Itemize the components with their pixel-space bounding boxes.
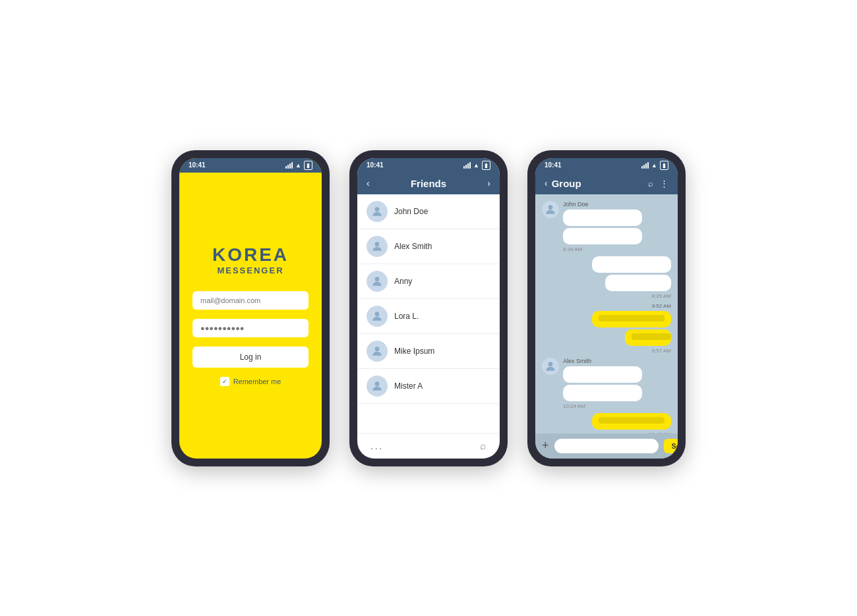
- svg-point-7: [548, 362, 553, 366]
- remember-me-label: Remember me: [233, 378, 281, 385]
- svg-point-2: [375, 277, 380, 281]
- svg-point-6: [548, 205, 553, 210]
- msg-row-sent-yellow-2: 10:43 AM: [542, 413, 671, 434]
- sender-name-john: John Doe: [563, 201, 642, 208]
- avatar-anny: [367, 271, 388, 292]
- bubble-alex-1: [563, 366, 642, 383]
- app-subtitle: MESSENGER: [212, 266, 289, 275]
- svg-point-4: [375, 347, 380, 351]
- forward-arrow-friends[interactable]: ›: [487, 178, 490, 188]
- status-bar-chat: 10:41 ▲ ▮: [535, 158, 678, 173]
- login-body: KOREA MESSENGER Log in ✓ Remember me: [179, 173, 322, 459]
- back-arrow-chat[interactable]: ‹: [545, 178, 548, 188]
- time-sent-1: 8:29 AM: [652, 293, 671, 299]
- status-icons-3: ▲ ▮: [641, 161, 668, 170]
- bubble-john-2: [563, 228, 642, 244]
- battery-icon-1: ▮: [304, 161, 312, 170]
- status-bar-login: 10:41 ▲ ▮: [179, 158, 322, 173]
- friend-item-mike[interactable]: Mike Ipsum: [357, 334, 500, 369]
- avatar-john: [367, 201, 388, 222]
- friends-footer: ... ⌕: [357, 433, 500, 459]
- avatar-lora: [367, 306, 388, 327]
- signal-icon-1: [285, 162, 293, 169]
- friend-item-lora[interactable]: Lora L.: [357, 299, 500, 334]
- more-icon-chat[interactable]: ⋮: [660, 179, 668, 188]
- chat-header-right: ⌕ ⋮: [648, 179, 668, 188]
- wifi-icon-3: ▲: [651, 162, 657, 169]
- svg-point-3: [375, 312, 380, 316]
- time-sent-2: 9:57 AM: [652, 348, 671, 354]
- app-logo: KOREA MESSENGER: [212, 244, 289, 275]
- status-time-3: 10:41: [545, 161, 562, 169]
- bubble-yellow-3: [592, 413, 671, 430]
- battery-icon-3: ▮: [660, 161, 668, 170]
- svg-point-5: [375, 381, 380, 386]
- friend-item-john[interactable]: John Doe: [357, 194, 500, 229]
- status-bar-friends: 10:41 ▲ ▮: [357, 158, 500, 173]
- msg-row-alex: Alex Smith 10:24 AM: [542, 358, 671, 409]
- wifi-icon-2: ▲: [473, 162, 479, 169]
- friends-header: ‹ Friends ›: [357, 173, 500, 194]
- phone-friends: 10:41 ▲ ▮ ‹ Friends ›: [349, 150, 508, 466]
- battery-icon-2: ▮: [482, 161, 490, 170]
- friend-name-alex: Alex Smith: [394, 242, 432, 251]
- avatar-alex-chat: [542, 358, 559, 375]
- phone-chat: 10:41 ▲ ▮ ‹ Group: [527, 150, 686, 466]
- friends-title: Friends: [411, 178, 446, 189]
- bubble-john-1: [563, 210, 642, 226]
- friend-name-anny: Anny: [394, 277, 412, 286]
- chat-footer: + Send: [535, 434, 678, 459]
- add-button[interactable]: +: [542, 439, 549, 453]
- remember-me-checkbox[interactable]: ✓: [220, 377, 229, 386]
- back-arrow-friends[interactable]: ‹: [367, 178, 370, 188]
- friend-item-anny[interactable]: Anny: [357, 264, 500, 299]
- friends-more-dots[interactable]: ...: [370, 440, 383, 452]
- avatar-john-chat: [542, 201, 559, 218]
- bubble-sent-1b: [605, 275, 671, 291]
- message-input[interactable]: [554, 439, 659, 453]
- signal-icon-2: [463, 162, 471, 169]
- remember-me-row: ✓ Remember me: [220, 377, 281, 386]
- status-icons-2: ▲ ▮: [463, 161, 490, 170]
- phones-container: 10:41 ▲ ▮ KOREA MESSENGER: [145, 124, 712, 493]
- friend-item-alex[interactable]: Alex Smith: [357, 229, 500, 264]
- friend-name-john: John Doe: [394, 207, 428, 216]
- chat-title: Group: [552, 178, 581, 189]
- app-name: KOREA: [212, 244, 289, 266]
- chat-body: John Doe 8:34 AM: [535, 194, 678, 434]
- bubble-sent-1a: [592, 256, 671, 273]
- msg-row-sent-1: 8:29 AM: [542, 256, 671, 299]
- send-button[interactable]: Send: [664, 439, 678, 453]
- friend-name-mister: Mister A: [394, 381, 423, 391]
- search-icon-chat[interactable]: ⌕: [648, 179, 653, 188]
- status-icons-1: ▲ ▮: [285, 161, 312, 170]
- status-time-2: 10:41: [367, 161, 384, 169]
- time-alex: 10:24 AM: [563, 403, 642, 409]
- avatar-mister: [367, 376, 388, 397]
- status-time-1: 10:41: [189, 161, 206, 169]
- svg-point-0: [375, 207, 380, 211]
- chat-header: ‹ Group ⌕ ⋮: [535, 173, 678, 194]
- friend-item-mister[interactable]: Mister A: [357, 369, 500, 404]
- friend-name-lora: Lora L.: [394, 312, 419, 321]
- time-john: 8:34 AM: [563, 246, 642, 252]
- password-input[interactable]: [192, 319, 309, 337]
- phone-login: 10:41 ▲ ▮ KOREA MESSENGER: [171, 150, 330, 466]
- msg-row-john: John Doe 8:34 AM: [542, 201, 671, 252]
- bubble-alex-2: [563, 385, 642, 401]
- search-icon-friends[interactable]: ⌕: [480, 440, 487, 452]
- svg-point-1: [375, 242, 380, 246]
- friend-name-mike: Mike Ipsum: [394, 347, 434, 356]
- chat-header-left: ‹ Group: [545, 178, 581, 189]
- avatar-alex: [367, 236, 388, 257]
- bubble-yellow-1: [592, 311, 671, 327]
- wifi-icon-1: ▲: [295, 162, 301, 169]
- msg-row-sent-yellow-1: 9:52 AM 9:57 AM: [542, 303, 671, 354]
- sender-name-alex: Alex Smith: [563, 358, 642, 364]
- time-center-1: 9:52 AM: [652, 303, 671, 309]
- friends-list: John Doe Alex Smith Anny: [357, 194, 500, 433]
- login-button[interactable]: Log in: [192, 347, 309, 368]
- signal-icon-3: [641, 162, 649, 169]
- bubble-yellow-2: [625, 329, 671, 346]
- email-input[interactable]: [192, 291, 309, 310]
